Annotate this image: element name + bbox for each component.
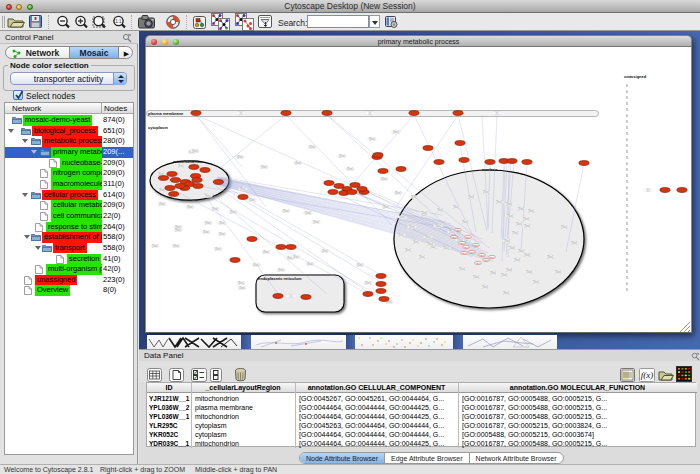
svg-text:plasma membrane: plasma membrane [148,111,184,116]
svg-text:(Sxx): (Sxx) [283,209,289,213]
svg-text:(Sxx): (Sxx) [501,273,508,277]
svg-text:(Sxx): (Sxx) [313,220,319,224]
svg-text:(x): (x) [495,111,498,115]
svg-text:(Sxx): (Sxx) [307,262,313,266]
svg-text:(Sxx): (Sxx) [381,177,387,181]
svg-text:(Sxx): (Sxx) [295,161,301,165]
svg-text:(Sxx): (Sxx) [507,214,514,218]
svg-text:endoplasmic reticulum: endoplasmic reticulum [258,276,302,281]
svg-text:(Sxx): (Sxx) [357,263,363,267]
svg-text:(Sxx): (Sxx) [203,230,209,234]
svg-text:cytoplasm: cytoplasm [148,125,168,130]
svg-text:(Sxx): (Sxx) [219,232,225,236]
svg-text:(Sxx): (Sxx) [405,248,411,252]
svg-text:(Sxx): (Sxx) [453,205,460,209]
svg-text:(Sxx): (Sxx) [449,230,456,234]
svg-text:(Sxx): (Sxx) [528,209,535,213]
svg-text:(Sxx): (Sxx) [443,246,450,250]
svg-text:(Sxx): (Sxx) [175,228,181,232]
svg-text:unassigned: unassigned [624,74,647,79]
svg-text:(Sxx): (Sxx) [239,286,245,290]
svg-text:(Sx): (Sx) [490,256,495,259]
svg-text:(Sxx): (Sxx) [178,164,184,168]
svg-text:(Sxx): (Sxx) [237,155,243,159]
svg-text:(x): (x) [239,111,242,115]
svg-text:(Sxx): (Sxx) [518,207,525,211]
svg-text:(Sx): (Sx) [460,242,465,245]
svg-text:(Sx): (Sx) [464,246,469,249]
svg-text:(Sx): (Sx) [474,244,479,247]
svg-text:(Sxx): (Sxx) [230,210,236,214]
svg-text:(Sx): (Sx) [456,229,461,232]
svg-text:(Sxx): (Sxx) [263,250,269,254]
svg-text:(Sxx): (Sxx) [514,258,521,262]
svg-text:(Sxx): (Sxx) [393,130,399,134]
svg-text:(Sxx): (Sxx) [238,281,244,285]
svg-text:(Sxx): (Sxx) [425,235,431,239]
svg-text:(Sxx): (Sxx) [240,187,246,191]
svg-text:(Sxx): (Sxx) [369,137,375,141]
svg-text:(Sxx): (Sxx) [459,267,466,271]
svg-text:(Sxx): (Sxx) [253,263,259,267]
svg-text:(Sxx): (Sxx) [427,242,434,246]
svg-text:(Sxx): (Sxx) [409,225,415,229]
svg-text:(Sxx): (Sxx) [249,198,255,202]
svg-text:(Sxx): (Sxx) [524,253,531,257]
svg-text:(Sxx): (Sxx) [555,270,562,274]
svg-text:(Sxx): (Sxx) [473,275,480,279]
svg-text:(Sxx): (Sxx) [219,221,225,225]
svg-text:(Sxx): (Sxx) [192,149,198,153]
svg-text:(Sxx): (Sxx) [398,233,404,237]
svg-text:(Sx): (Sx) [484,259,489,262]
svg-text:(Sxx): (Sxx) [512,231,519,235]
svg-text:(Sxx): (Sxx) [468,195,475,199]
svg-text:(Sxx): (Sxx) [159,188,165,192]
svg-text:(Sxx): (Sxx) [437,208,444,212]
svg-text:(Sxx): (Sxx) [462,220,469,224]
svg-text:(Sxx): (Sxx) [504,239,511,243]
svg-text:(Sxx): (Sxx) [152,244,158,248]
svg-text:(Sxx): (Sxx) [547,255,554,259]
svg-text:(Sxx): (Sxx) [421,211,428,215]
svg-text:(Sxx): (Sxx) [205,194,211,198]
svg-text:(Sxx): (Sxx) [503,291,510,295]
svg-text:(x): (x) [289,294,292,298]
svg-text:(Sxx): (Sxx) [483,190,490,194]
svg-text:(Sx): (Sx) [452,236,457,239]
svg-text:1:1: 1:1 [115,19,122,24]
svg-text:(Sxx): (Sxx) [523,217,530,221]
svg-text:(Sxx): (Sxx) [506,202,513,206]
svg-text:(Sxx): (Sxx) [383,205,389,209]
svg-text:(Sxx): (Sxx) [490,271,497,275]
svg-text:(Sx): (Sx) [466,236,471,239]
svg-text:(Sxx): (Sxx) [482,285,489,289]
svg-text:(Sxx): (Sxx) [347,167,353,171]
svg-text:(Sxx): (Sxx) [159,202,165,206]
svg-text:(Sxx): (Sxx) [516,222,523,226]
svg-text:(Sxx): (Sxx) [419,255,425,259]
svg-text:(Sxx): (Sxx) [293,255,299,259]
svg-text:(Sx): (Sx) [462,252,467,255]
svg-text:(Sxx): (Sxx) [561,225,568,229]
svg-text:(Sxx): (Sxx) [212,207,218,211]
svg-text:(Sxx): (Sxx) [496,200,503,204]
svg-text:(Sxx): (Sxx) [506,268,513,272]
svg-text:(Sxx): (Sxx) [524,224,531,228]
svg-text:(Sxx): (Sxx) [365,281,371,285]
svg-text:(Sxx): (Sxx) [399,215,405,219]
svg-text:mitochondrion: mitochondrion [173,159,203,164]
svg-text:(Sxx): (Sxx) [322,249,328,253]
svg-text:(Sxx): (Sxx) [187,205,193,209]
svg-text:(Sxx): (Sxx) [305,211,311,215]
svg-text:(Sxx): (Sxx) [413,240,419,244]
svg-text:(x): (x) [368,111,371,115]
svg-text:(Sxx): (Sxx) [309,145,315,149]
svg-text:(Sxx): (Sxx) [411,195,417,199]
svg-text:(Sxx): (Sxx) [533,280,540,284]
svg-text:(Sx): (Sx) [470,251,475,254]
svg-text:(x): (x) [646,188,649,192]
svg-text:(Sx): (Sx) [476,262,481,265]
svg-text:(Sx): (Sx) [480,254,485,257]
svg-text:f(x): f(x) [641,370,654,380]
svg-text:(Sxx): (Sxx) [435,224,442,228]
